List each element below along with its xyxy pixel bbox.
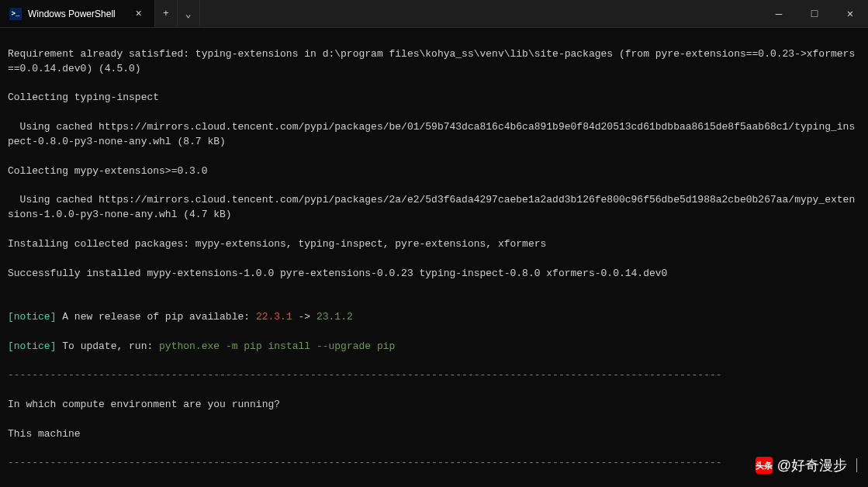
output-line: Using cached https://mirrors.cloud.tence… <box>8 193 860 223</box>
notice-line: [notice] A new release of pip available:… <box>8 310 860 325</box>
powershell-icon: >_ <box>9 8 22 20</box>
watermark-handle: @好奇漫步 <box>777 456 847 475</box>
output-line: Collecting mypy-extensions>=0.3.0 <box>8 164 860 179</box>
titlebar-drag-area[interactable] <box>200 0 761 27</box>
tab-dropdown-button[interactable]: ⌄ <box>178 0 200 27</box>
window-controls: — □ ✕ <box>761 0 868 27</box>
watermark-divider <box>856 458 857 472</box>
tab-close-button[interactable]: × <box>133 8 145 20</box>
watermark-logo-icon: 头条 <box>756 457 773 474</box>
separator-line: ----------------------------------------… <box>8 456 860 471</box>
minimize-button[interactable]: — <box>761 0 797 27</box>
output-line: Using cached https://mirrors.cloud.tence… <box>8 120 860 150</box>
output-line: Collecting typing-inspect <box>8 91 860 105</box>
maximize-button[interactable]: □ <box>797 0 832 27</box>
new-tab-button[interactable]: + <box>155 0 178 27</box>
terminal-output[interactable]: Requirement already satisfied: typing-ex… <box>0 28 868 487</box>
close-button[interactable]: ✕ <box>832 0 868 27</box>
prompt-answer: This machine <box>8 427 860 442</box>
prompt-line: In which compute environment are you run… <box>8 398 860 413</box>
output-line: Requirement already satisfied: typing-ex… <box>8 47 860 77</box>
output-line: Successfully installed mypy-extensions-1… <box>8 267 860 281</box>
titlebar: >_ Windows PowerShell × + ⌄ — □ ✕ <box>0 0 868 28</box>
output-line: Installing collected packages: mypy-exte… <box>8 237 860 252</box>
watermark: 头条 @好奇漫步 <box>756 456 857 475</box>
notice-line: [notice] To update, run: python.exe -m p… <box>8 340 860 354</box>
separator-line: ----------------------------------------… <box>8 368 860 383</box>
tab-powershell[interactable]: >_ Windows PowerShell × <box>0 0 155 27</box>
tab-title: Windows PowerShell <box>28 9 116 19</box>
